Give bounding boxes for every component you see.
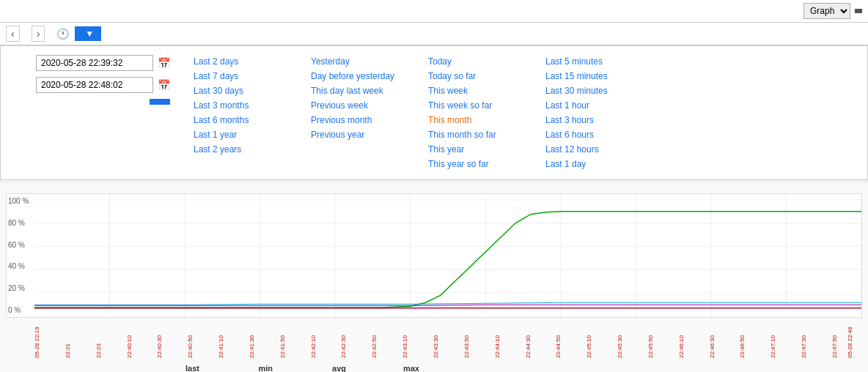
x-label: 22:45:30	[617, 318, 632, 358]
x-label: 22:46:10	[678, 318, 694, 358]
x-label	[264, 318, 279, 358]
quick-link-last-6-hours[interactable]: Last 6 hours	[540, 128, 657, 141]
datetime-bar: ‹ › 🕐 ▼	[0, 23, 868, 45]
quick-link-today-so-far[interactable]: Today so far	[422, 70, 540, 83]
x-label: 22:21	[65, 318, 80, 358]
quick-link-last-3-months[interactable]: Last 3 months	[188, 99, 305, 112]
from-calendar-icon[interactable]: 📅	[158, 57, 170, 69]
quick-link-last-3-hours[interactable]: Last 3 hours	[540, 114, 657, 127]
x-label	[172, 318, 187, 358]
to-calendar-icon[interactable]: 📅	[158, 79, 170, 91]
chart-section: 100 % 80 % 60 % 40 % 20 % 0 %	[0, 183, 868, 372]
x-label: 22:40:30	[156, 318, 172, 358]
view-select[interactable]: Graph	[803, 3, 850, 19]
quick-link-last-12-hours[interactable]: Last 12 hours	[540, 143, 657, 156]
x-label: 22:41:10	[218, 318, 233, 358]
x-label: 22:44:10	[494, 318, 510, 358]
quick-link-this-month-so-far[interactable]: This month so far	[422, 128, 540, 141]
quick-links: Last 2 daysLast 7 daysLast 30 daysLast 3…	[188, 55, 657, 171]
x-label: 22:40:10	[126, 318, 141, 358]
quick-link-last-6-months[interactable]: Last 6 months	[188, 114, 305, 127]
x-label	[448, 318, 463, 358]
x-label	[632, 318, 647, 358]
quick-link-last-1-day[interactable]: Last 1 day	[540, 157, 657, 171]
quick-link-this-month[interactable]: This month	[422, 114, 540, 127]
chart-area	[34, 194, 861, 317]
from-row: 📅	[10, 55, 170, 71]
x-label: 05-28 22:19	[34, 318, 49, 358]
from-to-section: 📅 📅	[10, 55, 170, 171]
expand-button[interactable]	[855, 9, 862, 13]
x-label	[80, 318, 95, 358]
quick-link-yesterday[interactable]: Yesterday	[305, 55, 422, 68]
clock-icon[interactable]: 🕐	[56, 28, 69, 40]
x-label: 22:44:30	[525, 318, 540, 358]
x-label	[540, 318, 555, 358]
x-label: 22:43:50	[463, 318, 479, 358]
x-label: 22:41:50	[279, 318, 295, 358]
from-input[interactable]	[36, 55, 153, 71]
quick-link-today[interactable]: Today	[422, 55, 540, 68]
quick-link-last-30-minutes[interactable]: Last 30 minutes	[540, 84, 657, 97]
quick-link-last-15-minutes[interactable]: Last 15 minutes	[540, 70, 657, 83]
next-button[interactable]: ›	[32, 26, 45, 42]
x-label	[356, 318, 371, 358]
x-label	[295, 318, 310, 358]
x-label	[816, 318, 831, 358]
apply-button[interactable]	[150, 99, 170, 105]
x-label: 22:41:30	[249, 318, 264, 358]
x-label	[663, 318, 678, 358]
x-labels: 05-28 22:1922:2122:2322:40:1022:40:3022:…	[34, 318, 862, 358]
x-label: 22:47:10	[770, 318, 785, 358]
x-label	[417, 318, 433, 358]
x-label: 22:40:50	[187, 318, 202, 358]
quick-link-last-5-minutes[interactable]: Last 5 minutes	[540, 55, 657, 68]
x-label	[694, 318, 709, 358]
quick-link-this-day-last-week[interactable]: This day last week	[305, 84, 422, 97]
x-label: 22:47:50	[831, 318, 847, 358]
to-row: 📅	[10, 77, 170, 93]
x-label	[141, 318, 156, 358]
x-label: 22:42:30	[340, 318, 356, 358]
quick-link-last-1-hour[interactable]: Last 1 hour	[540, 99, 657, 112]
quick-link-last-7-days[interactable]: Last 7 days	[188, 70, 305, 83]
datetime-picker-panel: 📅 📅 Last 2 daysLast 7 daysLast 30 daysLa…	[0, 45, 868, 180]
prev-button[interactable]: ‹	[6, 26, 20, 42]
legend-section: last min avg max CPU iowait time [avg] 8…	[6, 358, 862, 372]
x-label: 22:46:30	[709, 318, 724, 358]
x-label	[601, 318, 617, 358]
x-label: 22:45:50	[647, 318, 663, 358]
x-label	[724, 318, 739, 358]
top-bar: Graph	[0, 0, 868, 23]
quick-link-last-30-days[interactable]: Last 30 days	[188, 84, 305, 97]
top-bar-right: Graph	[799, 3, 862, 19]
quick-link-last-1-year[interactable]: Last 1 year	[188, 128, 305, 141]
filter-button[interactable]: ▼	[75, 26, 101, 41]
y-labels: 100 % 80 % 60 % 40 % 20 % 0 %	[7, 194, 34, 317]
x-label	[202, 318, 218, 358]
quick-link-last-2-years[interactable]: Last 2 years	[188, 143, 305, 156]
x-label: 22:23	[95, 318, 111, 358]
quick-link-previous-year[interactable]: Previous year	[305, 128, 422, 141]
x-label: 22:43:30	[433, 318, 448, 358]
quick-link-previous-week[interactable]: Previous week	[305, 99, 422, 112]
x-label	[326, 318, 341, 358]
x-label: 22:45:10	[586, 318, 601, 358]
quick-link-last-2-days[interactable]: Last 2 days	[188, 55, 305, 68]
to-input[interactable]	[36, 77, 153, 93]
quick-link-this-year[interactable]: This year	[422, 143, 540, 156]
quick-link-this-week[interactable]: This week	[422, 84, 540, 97]
legend-header: last min avg max	[132, 364, 853, 372]
x-label	[785, 318, 801, 358]
chart-container[interactable]: 100 % 80 % 60 % 40 % 20 % 0 %	[6, 193, 862, 318]
x-label	[570, 318, 586, 358]
quick-link-this-year-so-far[interactable]: This year so far	[422, 157, 540, 171]
x-label	[754, 318, 770, 358]
x-label: 22:46:50	[739, 318, 754, 358]
x-label: 22:42:50	[371, 318, 386, 358]
quick-link-this-week-so-far[interactable]: This week so far	[422, 99, 540, 112]
x-label: 22:43:10	[402, 318, 417, 358]
x-label	[479, 318, 494, 358]
quick-link-day-before-yesterday[interactable]: Day before yesterday	[305, 70, 422, 83]
quick-link-previous-month[interactable]: Previous month	[305, 114, 422, 127]
